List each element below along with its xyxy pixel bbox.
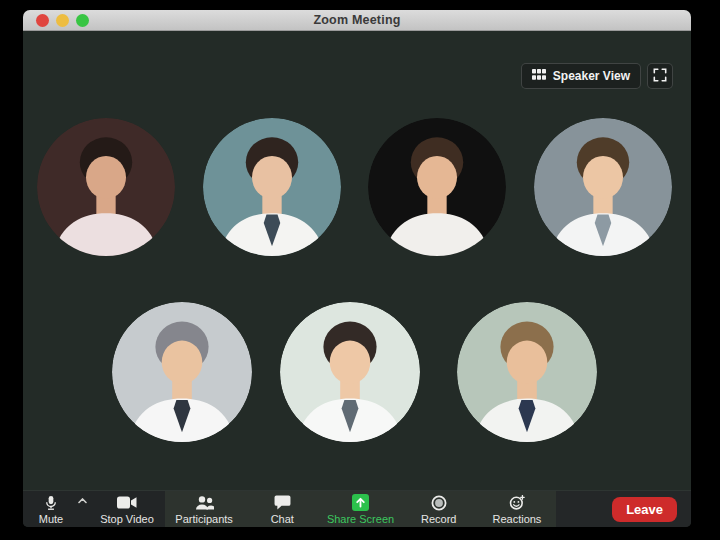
microphone-icon [44,495,58,510]
zoom-meeting-window: Zoom Meeting Speake [23,10,691,527]
participant-tile-7[interactable] [457,302,597,442]
speaker-view-button[interactable]: Speaker View [521,63,641,89]
speaker-view-label: Speaker View [553,69,630,83]
participant-tile-2[interactable] [203,118,341,256]
participants-button[interactable]: Participants [165,491,243,527]
participants-icon [195,495,214,510]
mute-label: Mute [39,513,63,525]
close-window-button[interactable] [36,14,49,27]
window-titlebar: Zoom Meeting [23,10,691,31]
fullscreen-icon [653,68,667,85]
gallery-grid-icon [532,69,546,83]
zoom-window-button[interactable] [76,14,89,27]
record-button[interactable]: Record [400,491,478,527]
toolbar-leave-section: Leave [556,491,691,527]
participant-tile-5[interactable] [112,302,252,442]
minimize-window-button[interactable] [56,14,69,27]
share-screen-button[interactable]: Share Screen [321,491,399,527]
share-screen-icon [352,494,369,511]
participant-tile-6[interactable] [280,302,420,442]
desktop-background: Zoom Meeting Speake [0,0,720,540]
participant-tile-1[interactable] [37,118,175,256]
video-gallery: Speaker View [23,31,691,490]
chat-bubble-icon [274,495,291,510]
mute-button[interactable]: Mute [27,491,75,527]
traffic-lights [36,10,89,31]
participant-tile-4[interactable] [534,118,672,256]
share-screen-label: Share Screen [327,513,394,525]
reactions-label: Reactions [492,513,541,525]
stop-video-label: Stop Video [100,513,154,525]
participant-tile-3[interactable] [368,118,506,256]
participants-label: Participants [175,513,232,525]
leave-button[interactable]: Leave [612,497,677,522]
toolbar-main-section: Participants Chat [165,491,556,527]
view-controls: Speaker View [521,63,673,89]
record-label: Record [421,513,456,525]
video-camera-icon [117,495,137,510]
reactions-button[interactable]: Reactions [478,491,556,527]
chat-label: Chat [271,513,294,525]
record-icon [431,495,447,510]
window-title: Zoom Meeting [313,13,400,27]
chat-button[interactable]: Chat [243,491,321,527]
reactions-smiley-icon [509,495,525,510]
mute-options-chevron[interactable] [75,491,89,527]
stop-video-button[interactable]: Stop Video [89,491,165,527]
toolbar-audio-video-section: Mute Stop Video [23,491,165,527]
fullscreen-button[interactable] [647,63,673,89]
meeting-toolbar: Mute Stop Video [23,490,691,527]
